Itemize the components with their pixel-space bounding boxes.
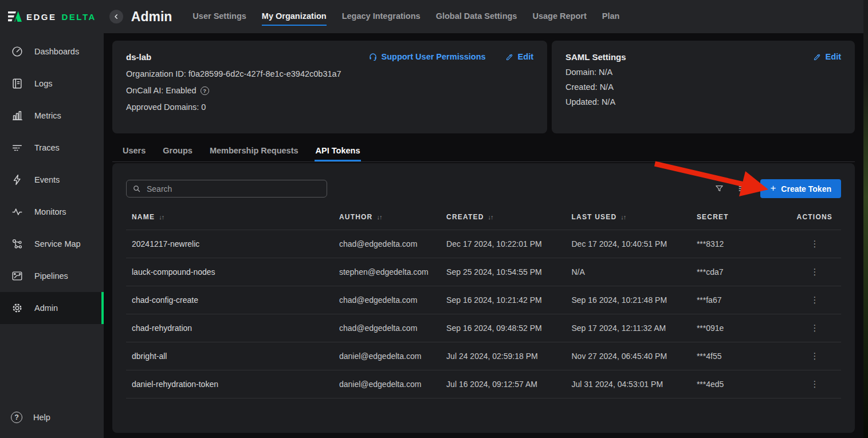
- sidebar-spacer: [0, 324, 104, 401]
- row-actions-menu-icon[interactable]: ⋮: [797, 239, 819, 249]
- saml-settings-title: SAML Settings: [565, 52, 626, 62]
- saml-edit-link[interactable]: Edit: [813, 52, 841, 61]
- sidebar-item-monitors[interactable]: Monitors: [0, 196, 104, 228]
- column-header-actions: ACTIONS: [791, 206, 841, 230]
- sidebar-item-label: Admin: [34, 303, 58, 313]
- tab-api-tokens[interactable]: API Tokens: [315, 141, 362, 161]
- help-icon: ?: [11, 412, 22, 423]
- edit-pencil-icon: [505, 53, 514, 61]
- create-token-button[interactable]: + Create Token: [760, 179, 841, 198]
- brand-edge: EDGE: [26, 12, 57, 22]
- table-row: daniel-rehydration-token daniel@edgedelt…: [126, 370, 841, 398]
- support-user-permissions-link[interactable]: Support User Permissions: [368, 52, 486, 61]
- row-actions-menu-icon[interactable]: ⋮: [797, 323, 819, 333]
- sidebar-item-label: Logs: [34, 79, 52, 88]
- token-created: Sep 16 2024, 10:21:42 PM: [441, 286, 565, 314]
- token-created: Jul 24 2024, 02:59:18 PM: [441, 342, 565, 370]
- sidebar-item-traces[interactable]: Traces: [0, 132, 104, 164]
- edge-delta-logo-icon: [7, 10, 22, 23]
- sidebar-item-help[interactable]: ? Help: [0, 401, 104, 433]
- tab-usage-report[interactable]: Usage Report: [532, 11, 586, 26]
- sidebar: Dashboards Logs Metrics Traces Events Mo…: [0, 33, 104, 438]
- summary-cards: ds-lab Support User Permissions Edit Org…: [112, 41, 855, 133]
- token-secret: ***091e: [691, 314, 791, 342]
- columns-icon[interactable]: [737, 184, 747, 194]
- column-header-author[interactable]: AUTHOR↓↑: [333, 206, 441, 230]
- token-secret: ***4ed5: [691, 370, 791, 398]
- search-input[interactable]: [146, 184, 321, 194]
- approved-domains-line: Approved Domains: 0: [126, 102, 533, 112]
- column-header-created[interactable]: CREATED↓↑: [441, 206, 565, 230]
- sort-icon: ↓↑: [488, 214, 493, 220]
- table-row: chad-config-create chad@edgedelta.com Se…: [126, 286, 841, 314]
- api-tokens-panel: + Create Token NAME↓↑ AUTHOR↓↑ CREATED↓↑…: [112, 163, 855, 433]
- oncall-help-icon[interactable]: ?: [201, 86, 209, 95]
- token-name: 20241217-newrelic: [126, 230, 333, 258]
- table-row: dbright-all daniel@edgedelta.com Jul 24 …: [126, 342, 841, 370]
- sidebar-item-label: Monitors: [34, 207, 66, 216]
- saml-domain-line: Domain: N/A: [565, 68, 841, 77]
- sidebar-item-logs[interactable]: Logs: [0, 68, 104, 100]
- token-name: chad-config-create: [126, 286, 333, 314]
- sort-icon: ↓↑: [376, 214, 382, 220]
- token-author: daniel@edgedelta.com: [333, 342, 441, 370]
- token-author: chad@edgedelta.com: [333, 314, 441, 342]
- column-header-name[interactable]: NAME↓↑: [126, 206, 333, 230]
- token-last-used: Dec 17 2024, 10:40:51 PM: [565, 230, 690, 258]
- edge-delta-logo[interactable]: EDGE DELTA: [0, 10, 96, 23]
- sidebar-item-metrics[interactable]: Metrics: [0, 100, 104, 132]
- tab-groups[interactable]: Groups: [162, 141, 194, 161]
- tab-global-data-settings[interactable]: Global Data Settings: [436, 11, 517, 26]
- saml-created-line: Created: N/A: [565, 82, 841, 92]
- sidebar-item-label: Metrics: [34, 111, 61, 120]
- row-actions-menu-icon[interactable]: ⋮: [797, 379, 819, 389]
- token-secret: ***fa67: [691, 286, 791, 314]
- events-icon: [11, 173, 23, 186]
- filter-icon[interactable]: [714, 184, 724, 194]
- admin-gear-icon: [11, 302, 23, 314]
- tab-legacy-integrations[interactable]: Legacy Integrations: [342, 11, 421, 26]
- tab-membership-requests[interactable]: Membership Requests: [209, 141, 300, 161]
- token-created: Sep 16 2024, 09:48:52 PM: [441, 314, 565, 342]
- service-map-icon: [11, 238, 23, 250]
- token-author: chad@edgedelta.com: [333, 230, 441, 258]
- api-tokens-table: NAME↓↑ AUTHOR↓↑ CREATED↓↑ LAST USED↓↑ SE…: [126, 206, 841, 398]
- organization-id-line: Organization ID: f0a28599-6d2c-427f-8e1c…: [126, 69, 533, 78]
- plus-icon: +: [770, 183, 776, 194]
- organization-edit-link[interactable]: Edit: [505, 52, 533, 61]
- row-actions-menu-icon[interactable]: ⋮: [797, 351, 819, 361]
- sidebar-item-service-map[interactable]: Service Map: [0, 228, 104, 260]
- sidebar-item-events[interactable]: Events: [0, 164, 104, 196]
- sidebar-item-dashboards[interactable]: Dashboards: [0, 35, 104, 68]
- token-author: daniel@edgedelta.com: [333, 370, 441, 398]
- monitors-icon: [11, 206, 23, 218]
- row-actions-menu-icon[interactable]: ⋮: [797, 267, 819, 277]
- table-row: chad-rehydration chad@edgedelta.com Sep …: [126, 314, 841, 342]
- tab-users[interactable]: Users: [121, 141, 147, 161]
- token-last-used: N/A: [565, 258, 690, 286]
- column-header-last-used[interactable]: LAST USED↓↑: [565, 206, 690, 230]
- sidebar-item-admin[interactable]: Admin: [0, 292, 104, 324]
- token-secret: ***cda7: [691, 258, 791, 286]
- token-secret: ***4f55: [691, 342, 791, 370]
- page-title: Admin: [131, 9, 172, 25]
- metrics-icon: [11, 109, 23, 122]
- tab-plan[interactable]: Plan: [602, 11, 620, 26]
- sidebar-item-label: Help: [33, 413, 50, 422]
- sidebar-item-label: Dashboards: [34, 47, 79, 56]
- sidebar-item-label: Service Map: [34, 239, 81, 248]
- search-box[interactable]: [126, 180, 327, 198]
- back-button[interactable]: [109, 10, 123, 23]
- column-header-secret: SECRET: [691, 206, 791, 230]
- token-created: Dec 17 2024, 10:22:01 PM: [441, 230, 565, 258]
- table-row: 20241217-newrelic chad@edgedelta.com Dec…: [126, 230, 841, 258]
- logs-icon: [11, 77, 23, 90]
- tab-my-organization[interactable]: My Organization: [262, 11, 327, 26]
- chevron-left-icon: [113, 13, 120, 20]
- topbar: EDGE DELTA Admin User Settings My Organi…: [0, 0, 868, 33]
- token-name: chad-rehydration: [126, 314, 333, 342]
- tab-user-settings[interactable]: User Settings: [193, 11, 246, 26]
- edit-pencil-icon: [813, 53, 822, 61]
- sidebar-item-pipelines[interactable]: Pipelines: [0, 260, 104, 292]
- row-actions-menu-icon[interactable]: ⋮: [797, 295, 819, 305]
